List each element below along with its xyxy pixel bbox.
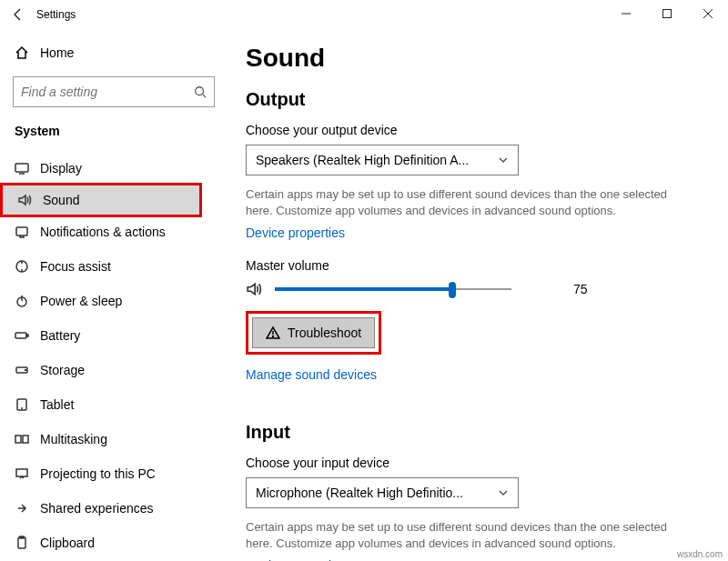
input-heading: Input <box>246 422 701 443</box>
sidebar-item-storage[interactable]: Storage <box>0 353 228 387</box>
back-button[interactable] <box>0 7 36 22</box>
speaker-icon <box>246 281 268 297</box>
watermark: wsxdn.com <box>677 549 723 559</box>
svg-rect-11 <box>15 333 26 338</box>
close-button[interactable] <box>687 0 728 27</box>
master-volume-value: 75 <box>573 282 588 296</box>
troubleshoot-button[interactable]: Troubleshoot <box>252 317 375 348</box>
sidebar-item-sound[interactable]: Sound <box>0 183 202 217</box>
sidebar-item-label: Projecting to this PC <box>40 466 156 481</box>
page-title: Sound <box>246 44 701 73</box>
home-icon <box>15 45 40 60</box>
sidebar-item-display[interactable]: Display <box>0 151 228 185</box>
search-input[interactable] <box>13 76 215 107</box>
sidebar-item-label: Notifications & actions <box>40 225 166 239</box>
sidebar-item-label: Storage <box>40 363 85 377</box>
master-volume-label: Master volume <box>246 258 701 273</box>
svg-rect-18 <box>23 436 28 443</box>
output-heading: Output <box>246 89 701 110</box>
storage-icon <box>15 363 40 377</box>
content: Sound Output Choose your output device S… <box>228 29 728 561</box>
titlebar: Settings <box>0 0 728 29</box>
sidebar-item-focus[interactable]: Focus assist <box>0 249 228 284</box>
sidebar-item-label: Power & sleep <box>40 294 122 308</box>
shared-icon <box>15 501 40 516</box>
input-device-dropdown[interactable]: Microphone (Realtek High Definitio... <box>246 477 519 508</box>
sidebar-item-label: Sound <box>43 193 79 207</box>
sidebar-item-tablet[interactable]: Tablet <box>0 387 228 422</box>
sidebar-item-label: Focus assist <box>40 259 111 274</box>
battery-icon <box>15 328 40 343</box>
chevron-down-icon <box>498 155 509 165</box>
sidebar: Home System Display Sound Notifications … <box>0 29 228 561</box>
troubleshoot-label: Troubleshoot <box>288 326 361 340</box>
search-field[interactable] <box>21 85 194 99</box>
sidebar-item-label: Display <box>40 161 82 175</box>
svg-rect-19 <box>16 469 27 476</box>
sidebar-item-multitasking[interactable]: Multitasking <box>0 422 228 456</box>
home-label: Home <box>40 45 74 60</box>
output-device-value: Speakers (Realtek High Definition A... <box>256 153 498 167</box>
projecting-icon <box>15 466 40 481</box>
category-heading: System <box>0 120 228 151</box>
svg-rect-1 <box>662 10 671 18</box>
clipboard-icon <box>15 536 40 550</box>
sidebar-item-power[interactable]: Power & sleep <box>0 284 228 318</box>
input-device-label: Choose your input device <box>246 456 701 470</box>
chevron-down-icon <box>498 487 509 498</box>
minimize-button[interactable] <box>605 0 646 27</box>
notifications-icon <box>15 225 40 239</box>
svg-rect-17 <box>15 436 21 443</box>
sidebar-item-battery[interactable]: Battery <box>0 318 228 353</box>
sidebar-item-label: Tablet <box>40 397 74 412</box>
sidebar-item-label: Clipboard <box>40 536 95 550</box>
output-device-properties-link[interactable]: Device properties <box>246 225 345 240</box>
svg-rect-8 <box>16 227 27 235</box>
svg-point-4 <box>196 87 204 95</box>
svg-line-5 <box>203 95 207 98</box>
home-button[interactable]: Home <box>0 38 228 67</box>
sound-icon <box>17 193 43 207</box>
power-icon <box>15 294 40 308</box>
display-icon <box>15 161 40 175</box>
svg-rect-20 <box>18 537 25 548</box>
manage-sound-devices-link[interactable]: Manage sound devices <box>246 367 377 382</box>
maximize-button[interactable] <box>646 0 687 27</box>
warning-icon <box>266 326 280 340</box>
sidebar-item-label: Battery <box>40 328 80 343</box>
output-device-label: Choose your output device <box>246 123 701 137</box>
input-device-value: Microphone (Realtek High Definitio... <box>256 486 498 500</box>
sidebar-item-label: Multitasking <box>40 432 107 446</box>
output-helptext: Certain apps may be set up to use differ… <box>246 186 673 218</box>
tablet-icon <box>15 397 40 412</box>
svg-rect-6 <box>15 164 28 172</box>
focus-icon <box>15 259 40 274</box>
window-title: Settings <box>36 8 76 21</box>
search-icon <box>194 85 207 98</box>
sidebar-item-shared[interactable]: Shared experiences <box>0 491 228 526</box>
sidebar-item-label: Shared experiences <box>40 501 154 516</box>
svg-point-14 <box>25 370 26 371</box>
sidebar-item-clipboard[interactable]: Clipboard <box>0 526 228 560</box>
master-volume-slider[interactable] <box>275 280 511 298</box>
svg-point-23 <box>273 336 274 337</box>
sidebar-item-projecting[interactable]: Projecting to this PC <box>0 456 228 491</box>
output-device-dropdown[interactable]: Speakers (Realtek High Definition A... <box>246 145 519 175</box>
multitasking-icon <box>15 432 40 446</box>
input-helptext: Certain apps may be set up to use differ… <box>246 519 673 551</box>
svg-rect-12 <box>26 335 28 336</box>
sidebar-item-notifications[interactable]: Notifications & actions <box>0 215 228 249</box>
